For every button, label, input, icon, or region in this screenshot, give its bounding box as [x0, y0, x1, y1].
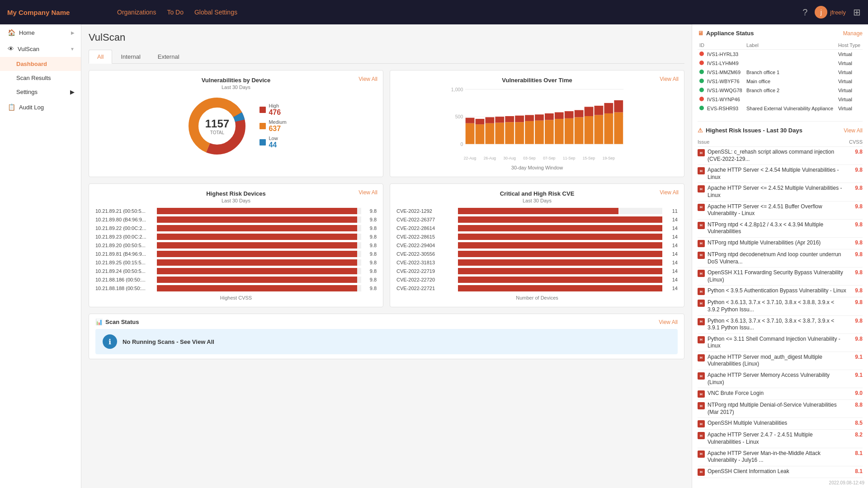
appliance-id: IVS1-MMZM69 — [707, 70, 741, 75]
device-label: 10.21.89.81 (B4:96:9... — [95, 251, 154, 257]
risk-issues-view-all[interactable]: View All — [844, 127, 863, 134]
device-bar-container — [157, 208, 361, 214]
risk-issue-text: OpenSSH Client Information Leak — [708, 468, 847, 475]
risk-severity-icon: H — [698, 240, 705, 247]
device-bar-row: 10.21.88.188 (00:50:... 9.8 — [95, 285, 377, 291]
cve-bar-row: CVE-2022-22719 14 — [396, 268, 678, 274]
risk-cvss-value: 8.8 — [850, 402, 863, 408]
appliance-host-type: Virtual — [836, 59, 863, 68]
scan-status-card: 📊 Scan Status View All ℹ No Running Scan… — [89, 314, 684, 359]
tab-external[interactable]: External — [149, 50, 188, 64]
cve-bar-value: 14 — [665, 243, 678, 248]
home-chevron: ▶ — [71, 30, 75, 35]
svg-rect-38 — [575, 117, 584, 144]
cve-bar-value: 14 — [665, 286, 678, 291]
cve-bar-container — [458, 268, 662, 274]
sidebar-item-settings[interactable]: Settings ▶ — [0, 85, 81, 99]
vuln-time-title: Vulnerabilities Over Time — [396, 77, 678, 84]
svg-rect-36 — [565, 111, 574, 118]
risk-issue-text: Apache HTTP Server <= 2.4.51 Buffer Over… — [708, 203, 847, 217]
nav-global-settings[interactable]: Global Settings — [194, 9, 237, 16]
cve-bar-fill — [458, 225, 662, 231]
risk-col-cvss: CVSS — [849, 139, 863, 145]
user-menu[interactable]: j jfreely — [815, 6, 846, 19]
nav-todo[interactable]: To Do — [167, 9, 184, 16]
risk-issue-row: H Python <= 3.11 Shell Command Injection… — [698, 334, 863, 352]
device-bar-row: 10.21.89.25 (00:15:5... 9.8 — [95, 259, 377, 266]
sidebar-item-dashboard[interactable]: Dashboard — [0, 57, 81, 71]
risk-issue-text: Apache HTTP Server 2.4.7 - 2.4.51 Multip… — [708, 432, 847, 446]
appliance-label — [745, 50, 836, 59]
tab-all[interactable]: All — [89, 50, 112, 64]
right-panel: 🖥 Appliance Status Manage ID Label Host … — [692, 24, 868, 488]
device-label: 10.21.89.22 (00:0C:2... — [95, 225, 154, 231]
appliance-label: Branch office 1 — [745, 68, 836, 77]
cve-bar-fill — [458, 259, 662, 266]
risk-issue-row: H VNC Brute Force Login 9.0 — [698, 388, 863, 400]
audit-icon: 📋 — [8, 103, 15, 111]
svg-text:07-Sep: 07-Sep — [543, 156, 556, 160]
cve-bar-value: 14 — [665, 268, 678, 274]
risk-severity-icon: H — [698, 222, 705, 229]
risk-issue-text: VNC Brute Force Login — [708, 390, 847, 397]
svg-rect-44 — [594, 106, 604, 115]
risk-issue-row: H Python < 3.6.13, 3.7.x < 3.7.10, 3.8.x… — [698, 316, 863, 334]
cve-bar-row: CVE-2022-28615 14 — [396, 234, 678, 240]
sidebar-item-scan-results[interactable]: Scan Results — [0, 71, 81, 85]
brand-name[interactable]: My Company Name — [7, 9, 117, 16]
help-icon[interactable]: ? — [802, 7, 807, 18]
appliance-row: IVS1-LYHM49 Virtual — [698, 59, 863, 68]
risk-devices-chart: 10.21.89.21 (00:50:5... 9.8 10.21.89.80 … — [95, 208, 377, 291]
svg-rect-20 — [505, 122, 514, 144]
time-chart-svg: 05001,00022-Aug26-Aug30-Aug03-Sep07-Sep1… — [396, 84, 678, 161]
appliance-row: IVS1-WBYF76 Main office Virtual — [698, 77, 863, 86]
risk-devices-subtitle: Last 30 Days — [95, 198, 377, 203]
risk-issue-text: OpenSSH X11 Forwarding Security Bypass V… — [708, 269, 847, 283]
svg-rect-35 — [565, 118, 574, 144]
risk-severity-icon: H — [698, 270, 705, 277]
appliance-id: IVS1-WYNP46 — [707, 97, 740, 102]
appliance-manage-btn[interactable]: Manage — [843, 30, 863, 37]
username: jfreely — [830, 9, 846, 16]
risk-severity-icon: H — [698, 167, 705, 174]
risk-issue-text: OpenSSH Multiple Vulnerabilities — [708, 420, 847, 427]
svg-text:500: 500 — [455, 114, 463, 119]
device-bar-fill — [157, 277, 357, 283]
vuln-time-view-all[interactable]: View All — [660, 76, 679, 82]
device-bar-container — [157, 259, 361, 266]
risk-severity-icon: H — [698, 372, 705, 380]
risk-issue-row: H OpenSSH X11 Forwarding Security Bypass… — [698, 267, 863, 286]
sidebar-item-vulscan[interactable]: 👁 VulScan ▼ — [0, 41, 81, 57]
cve-view-all[interactable]: View All — [660, 189, 679, 196]
cve-bar-value: 14 — [665, 260, 678, 265]
sidebar-home-label: Home — [19, 29, 35, 36]
legend-low-dot — [259, 139, 266, 145]
cve-bar-row: CVE-2022-1292 11 — [396, 208, 678, 214]
svg-text:1,000: 1,000 — [451, 87, 463, 92]
device-bar-fill — [157, 259, 357, 266]
page-title: VulScan — [89, 32, 684, 43]
nav-organizations[interactable]: Organizations — [117, 9, 156, 16]
risk-severity-icon: H — [698, 336, 705, 343]
risk-devices-view-all[interactable]: View All — [359, 189, 377, 196]
risk-issue-text: Apache HTTP Server < 2.4.54 Multiple Vul… — [708, 167, 847, 181]
risk-issue-row: H Apache HTTP Server 2.4.7 - 2.4.51 Mult… — [698, 430, 863, 448]
tab-internal[interactable]: Internal — [112, 50, 149, 64]
grid-icon[interactable]: ⊞ — [853, 7, 861, 18]
device-bar-value: 9.8 — [364, 217, 377, 222]
appliance-label: Shared External Vulnerability Appliance — [745, 104, 836, 113]
settings-label: Settings — [16, 89, 38, 95]
cve-card: Critical and High Risk CVE Last 30 Days … — [390, 183, 684, 307]
risk-cvss-value: 9.8 — [850, 185, 863, 191]
svg-rect-30 — [545, 120, 554, 144]
cve-bar-container — [458, 216, 662, 223]
cve-bar-row: CVE-2022-29404 14 — [396, 242, 678, 249]
sidebar-item-audit-log[interactable]: 📋 Audit Log — [0, 99, 81, 115]
vuln-device-view-all[interactable]: View All — [359, 76, 377, 82]
risk-issue-text: Apache HTTP Server <= 2.4.52 Multiple Vu… — [708, 185, 847, 199]
col-label: Label — [745, 41, 836, 50]
scan-view-all[interactable]: View All — [659, 319, 678, 325]
risk-icon: ⚠ — [698, 127, 703, 134]
risk-cvss-value: 8.5 — [850, 420, 863, 426]
sidebar-item-home[interactable]: 🏠 Home ▶ — [0, 24, 81, 41]
